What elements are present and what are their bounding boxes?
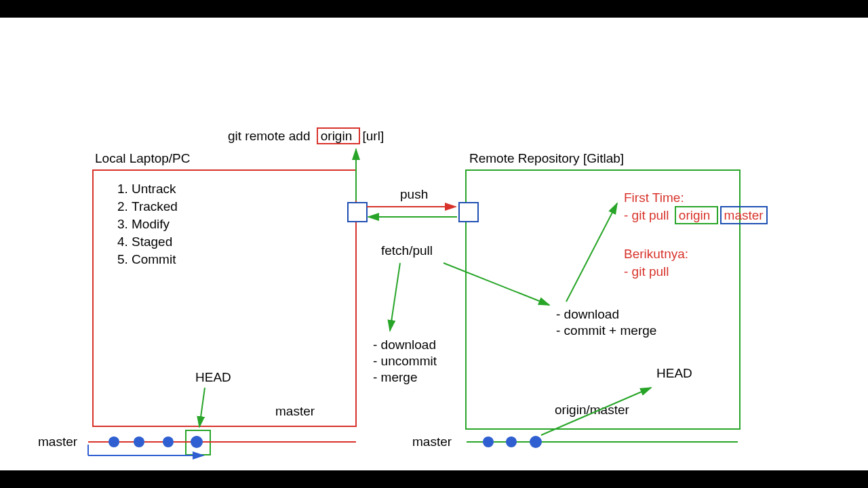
remote-connector-box — [458, 202, 479, 222]
remote-add-origin-text: origin — [321, 129, 352, 143]
file-states-list: Untrack Tracked Modify Staged Commit — [113, 179, 178, 270]
first-time-origin-text: origin — [679, 208, 710, 222]
fetch-step-1: download — [373, 338, 437, 352]
file-state-1: Untrack — [132, 182, 178, 197]
first-time-prefix: - git pull — [624, 208, 669, 222]
master-timeline-left: master — [38, 434, 77, 449]
svg-point-10 — [134, 436, 144, 447]
remote-title: Remote Repository [Gitlab] — [469, 151, 624, 166]
fetch-step-3: merge — [373, 370, 437, 385]
remote-add-origin-box: origin — [317, 127, 360, 144]
origin-master-label: origin/master — [555, 403, 629, 418]
svg-point-16 — [530, 436, 542, 448]
master-timeline-right: master — [412, 434, 452, 449]
push-label: push — [400, 187, 428, 202]
local-title: Local Laptop/PC — [95, 151, 191, 166]
svg-point-15 — [506, 436, 517, 447]
first-time-master-text: master — [724, 208, 764, 222]
head-commit-box-left — [185, 430, 211, 455]
file-state-4: Staged — [132, 235, 178, 249]
fetch-steps-list: download uncommit merge — [373, 336, 437, 386]
next-time-line: - git pull — [624, 264, 669, 279]
remote-add-prefix: git remote add — [228, 129, 310, 143]
first-time-line: - git pull origin master — [624, 208, 768, 223]
first-time-origin-box: origin — [675, 206, 718, 224]
master-inside-left: master — [275, 404, 315, 419]
remote-steps-list: download commit + merge — [556, 306, 656, 340]
remote-add-suffix: [url] — [363, 129, 384, 143]
svg-point-9 — [108, 436, 119, 447]
fetch-pull-label: fetch/pull — [381, 243, 433, 258]
file-state-5: Commit — [132, 252, 178, 267]
svg-point-14 — [483, 436, 494, 447]
remote-add-command: git remote add origin [url] — [228, 129, 384, 144]
remote-step-1: download — [556, 307, 656, 322]
file-state-2: Tracked — [132, 199, 178, 214]
remote-step-2: commit + merge — [556, 323, 656, 338]
svg-point-11 — [163, 436, 174, 447]
next-time-heading: Berikutnya: — [624, 247, 688, 262]
local-connector-box — [347, 202, 368, 222]
first-time-master-box: master — [720, 206, 768, 224]
head-label-right: HEAD — [656, 366, 692, 381]
fetch-step-2: uncommit — [373, 354, 437, 369]
svg-line-3 — [390, 263, 400, 331]
file-state-3: Modify — [132, 217, 178, 232]
head-label-left: HEAD — [195, 370, 231, 385]
first-time-heading: First Time: — [624, 190, 684, 205]
